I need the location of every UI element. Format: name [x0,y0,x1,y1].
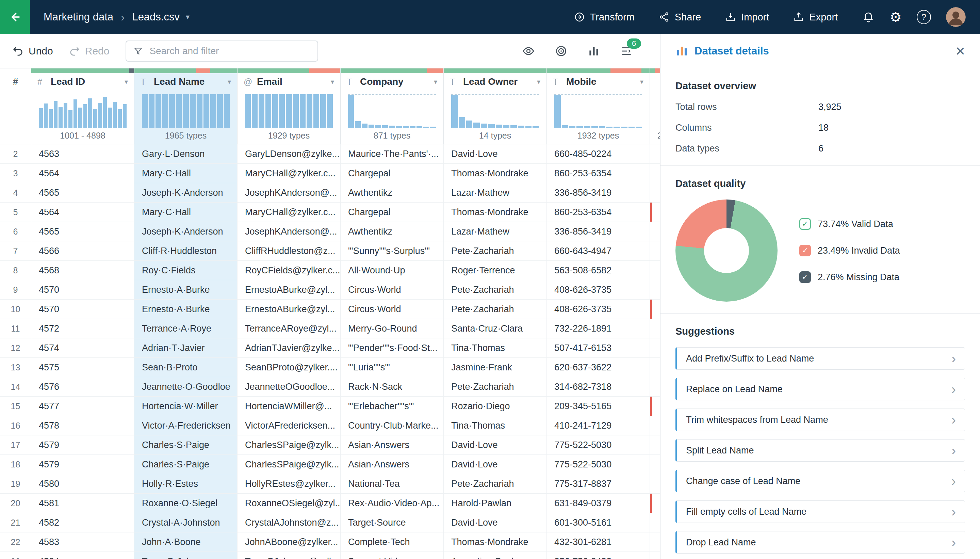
cell[interactable]: Rack·N·Sack [341,377,444,396]
cell[interactable]: Awthentikz [341,222,444,241]
export-button[interactable]: Export [791,11,840,23]
cell[interactable]: CharlesSPaige@zylk... [238,435,341,455]
suggestion-item[interactable]: Trim whitespaces from Lead Name› [675,408,965,431]
cell[interactable] [650,552,660,559]
cell[interactable]: 209-345-5165 [547,397,650,416]
cell[interactable]: Mary·C·Hall [134,164,238,183]
cell[interactable]: Roxanne·O·Siegel [134,494,238,513]
settings-button[interactable]: ⚙ [889,10,902,24]
cell[interactable]: Mary·C·Hall [134,203,238,222]
cell[interactable]: HortenciaWMiller@... [238,397,341,416]
cell[interactable]: 4572 [31,319,134,338]
cell[interactable]: Circus·World [341,280,444,299]
cell[interactable]: Adrian·T·Javier [134,338,238,357]
cell[interactable]: Rozario·Diego [444,397,547,416]
cell[interactable]: Tracy·B·Johnson [134,552,238,559]
transform-button[interactable]: Transform [572,11,637,23]
cell[interactable]: David·Love [444,435,547,455]
row-number[interactable]: 4 [0,183,31,202]
cell[interactable]: 4581 [31,494,134,513]
cell[interactable]: 4577 [31,397,134,416]
cell[interactable]: CharlesSPaige@zylk... [238,455,341,474]
cell[interactable]: Tina·Thomas [444,338,547,357]
cell[interactable]: SeanBProto@zylker.... [238,358,341,377]
cell[interactable] [650,474,660,493]
cell[interactable]: 4584 [31,552,134,559]
cell[interactable]: ErnestoABurke@zyl... [238,299,341,319]
cell[interactable]: RoyCFields@zylker.c... [238,261,341,280]
cell[interactable]: National·Tea [341,474,444,493]
cell[interactable]: Target·Source [341,513,444,532]
row-number[interactable]: 11 [0,319,31,338]
cell[interactable]: Asian·Answers [341,435,444,455]
column-menu-caret-icon[interactable]: ▾ [228,78,231,86]
cell[interactable]: Hortencia·W·Miller [134,397,238,416]
checkbox-missing[interactable]: ✓ [799,271,811,283]
cell[interactable]: CrystalAJohnston@z... [238,513,341,532]
cell[interactable]: Lazar·Mathew [444,183,547,202]
breadcrumb-current[interactable]: Leads.csv [132,11,180,23]
row-number[interactable]: 20 [0,494,31,513]
cell[interactable]: TracyBJohnson@zylk... [238,552,341,559]
suggestion-item[interactable]: Drop Lead Name› [675,531,965,554]
cell[interactable]: GaryLDenson@zylke... [238,144,341,164]
cell[interactable]: David·Love [444,455,547,474]
redo-button[interactable]: Redo [69,45,110,57]
cell[interactable]: David·Love [444,144,547,164]
cell[interactable]: AdrianTJavier@zylke... [238,338,341,357]
row-number[interactable]: 9 [0,280,31,299]
cell[interactable]: Pete·Zachariah [444,280,547,299]
cell[interactable]: Jeannette·O·Goodloe [134,377,238,396]
cell[interactable]: 860-253-6354 [547,164,650,183]
row-number[interactable]: 19 [0,474,31,493]
cell[interactable]: Augustine·Paul [444,552,547,559]
cell[interactable]: 4570 [31,299,134,319]
close-panel-button[interactable]: × [955,43,965,59]
search-input[interactable] [149,45,311,57]
cell[interactable] [650,338,660,357]
cell[interactable]: TerranceARoye@zyl... [238,319,341,338]
cell[interactable]: Roger·Terrence [444,261,547,280]
cell[interactable]: 408-626-3735 [547,299,650,319]
cell[interactable]: 601-300-5161 [547,513,650,532]
cell[interactable]: Jasmine·Frank [444,358,547,377]
row-number[interactable]: 5 [0,203,31,222]
help-button[interactable]: ? [917,10,931,24]
cell[interactable] [650,513,660,532]
cell[interactable]: Ernesto·A·Burke [134,280,238,299]
row-number[interactable]: 7 [0,241,31,260]
cell[interactable]: 4580 [31,474,134,493]
cell[interactable]: JeannetteOGoodloe... [238,377,341,396]
cell[interactable]: "'Pender'"'s·Food·St... [341,338,444,357]
cell[interactable]: 336-856-3419 [547,183,650,202]
cell[interactable] [650,222,660,241]
cell[interactable]: 4576 [31,377,134,396]
cell[interactable]: Merry-Go-Round [341,319,444,338]
cell[interactable]: Thomas·Mondrake [444,533,547,551]
cell[interactable]: "'Sunny'"'s·Surplus'" [341,241,444,260]
cell[interactable]: Maurice·The·Pants'·... [341,144,444,164]
cell[interactable]: 314-682-7318 [547,377,650,396]
suggestion-item[interactable]: Split Lead Name› [675,439,965,461]
column-name-row[interactable]: @Email▾ [238,73,340,90]
cell[interactable]: 4570 [31,280,134,299]
cell[interactable]: Holly·R·Estes [134,474,238,493]
row-number[interactable]: 6 [0,222,31,241]
cell[interactable]: Joseph·K·Anderson [134,222,238,241]
cell[interactable]: All·Wound·Up [341,261,444,280]
cell[interactable]: Ernesto·A·Burke [134,299,238,319]
cell[interactable]: CliffRHuddleston@z... [238,241,341,260]
cell[interactable]: Pete·Zachariah [444,299,547,319]
cell[interactable]: 860-253-6354 [547,203,650,222]
column-name-row[interactable]: TCompany▾ [341,73,444,90]
column-menu-caret-icon[interactable]: ▾ [537,78,540,86]
cell[interactable]: 620-637-3622 [547,358,650,377]
user-avatar[interactable] [946,7,966,27]
cell[interactable]: MaryCHall@zylker.c... [238,164,341,183]
cell[interactable]: 732-226-1891 [547,319,650,338]
cell[interactable]: Tina·Thomas [444,416,547,435]
row-number[interactable]: 21 [0,513,31,532]
cell[interactable]: Country·Club·Marke... [341,416,444,435]
cell[interactable] [650,299,660,319]
column-name-row[interactable] [650,73,660,90]
